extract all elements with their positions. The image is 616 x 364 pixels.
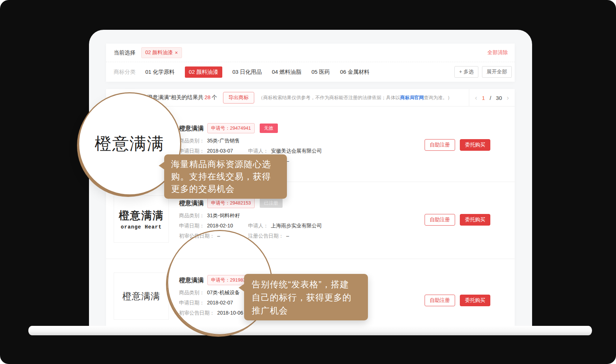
category-item-05[interactable]: 05 医药 [311, 69, 330, 76]
tooltip-promotion: 告别传统“发表格”，搭建 自己的标行，获得更多的 推广机会 [244, 274, 368, 320]
export-trademark-button[interactable]: 导出商标 [223, 92, 254, 104]
appno-label: 申请号： [211, 125, 230, 131]
category-item-02-selected[interactable]: 02 颜料油漆 [185, 66, 222, 78]
apply-date-value: 2018-02-10 [207, 223, 233, 228]
results-disclaimer: （商标检索结果仅供参考，不作为商标能否注册的法律依据；具体以商标局官网查询为准。… [259, 94, 452, 101]
disclaimer-pre: （商标检索结果仅供参考，不作为商标能否注册的法律依据；具体以 [259, 95, 400, 100]
category-label: 商标分类 [114, 69, 135, 76]
category-field-value: 31类-饲料种籽 [207, 213, 240, 218]
category-field-label: 商品类别： [179, 213, 204, 218]
tooltip-line: 自己的标行，获得更多的 [252, 291, 360, 304]
apply-date-value: 2018-03-07 [207, 148, 233, 154]
results-count: 28 [204, 94, 211, 100]
applicant-label: 申请人： [248, 223, 268, 228]
stage: 当前选择 02 颜料油漆 × 全部清除 商标分类 01 化学原料 02 颜料油漆… [0, 0, 616, 364]
status-badge-registered: 已注册 [260, 198, 283, 208]
trademark-name: 橙意满满 [179, 199, 204, 207]
current-selection-label: 当前选择 [114, 49, 135, 56]
tooltip-line: 告别传统“发表格”，搭建 [252, 278, 360, 291]
prev-page-icon[interactable]: ‹ [475, 94, 477, 102]
row-actions-2: 自助注册 委托购买 [425, 214, 490, 226]
application-number-tag: 申请号：29474941 [207, 123, 255, 133]
tooltip-line: 购。支持在线交易，获得 [171, 170, 280, 183]
selected-filter-tag-label: 02 颜料油漆 [145, 49, 173, 56]
category-actions: + 多选 展开全部 [454, 66, 512, 78]
reg-pub-value: – [286, 233, 289, 239]
apply-date-label: 申请日期： [179, 223, 204, 228]
results-unit: 个 [212, 94, 217, 100]
category-item-03[interactable]: 03 日化用品 [232, 69, 262, 76]
filter-card: 当前选择 02 颜料油漆 × 全部清除 商标分类 01 化学原料 02 颜料油漆… [106, 44, 515, 82]
application-number-tag: 申请号：29482153 [207, 198, 255, 208]
trademark-image-2[interactable]: 橙意满满 orange Heart [114, 195, 169, 243]
expand-all-button[interactable]: 展开全部 [482, 66, 512, 78]
next-page-icon[interactable]: › [507, 94, 509, 102]
laptop-base [28, 326, 592, 335]
remove-filter-icon[interactable]: × [175, 50, 178, 55]
entrust-buy-button[interactable]: 委托购买 [460, 214, 490, 226]
trademark-text: 橙意满满 [122, 290, 160, 302]
trademark-text: 橙意满满 [119, 209, 164, 223]
page-separator: / [490, 95, 491, 101]
appno-label: 申请号： [211, 200, 230, 206]
total-pages: 30 [496, 95, 502, 101]
magnified-trademark-text: 橙意满满 [95, 133, 165, 155]
apply-date-label: 申请日期： [179, 148, 204, 154]
row-actions-3: 自助注册 委托购买 [425, 295, 490, 306]
trademark-name: 橙意满满 [179, 124, 204, 133]
category-item-04[interactable]: 04 燃料油脂 [272, 69, 301, 76]
category-field-label: 商品类别： [179, 138, 204, 143]
tooltip-marketplace: 海量精品商标资源随心选 购。支持在线交易，获得 更多的交易机会 [164, 154, 287, 199]
entrust-buy-button[interactable]: 委托购买 [460, 139, 490, 151]
category-field-value: 35类-广告销售 [207, 138, 240, 143]
tooltip-line: 推广机会 [252, 304, 360, 317]
applicant-value: 安徽美达会展有限公司 [271, 148, 322, 154]
current-page: 1 [482, 95, 485, 101]
tooltip-line: 更多的交易机会 [171, 183, 280, 195]
appno-value: 29482153 [230, 200, 251, 206]
multi-select-button[interactable]: + 多选 [454, 66, 478, 78]
category-row: 商标分类 01 化学原料 02 颜料油漆 03 日化用品 04 燃料油脂 05 … [106, 62, 515, 82]
tooltip-line: 海量精品商标资源随心选 [171, 158, 280, 170]
applicant-label: 申请人： [248, 148, 268, 154]
reg-pub-label: 注册公告日期： [248, 233, 284, 239]
current-selection-row: 当前选择 02 颜料油漆 × 全部清除 [106, 44, 515, 62]
applicant-value: 上海雨步实业有限公司 [271, 223, 322, 228]
results-header: 检索到“橙意满满”相关的结果共28个 导出商标 （商标检索结果仅供参考，不作为商… [106, 89, 515, 106]
category-item-06[interactable]: 06 金属材料 [340, 69, 369, 76]
category-item-01[interactable]: 01 化学原料 [145, 69, 175, 76]
self-register-button[interactable]: 自助注册 [425, 295, 455, 306]
pagination: ‹ 1 / 30 › [469, 89, 515, 106]
trademark-image-3[interactable]: 橙意满满 [114, 272, 169, 320]
trademark-office-link[interactable]: 商标局官网 [400, 95, 424, 100]
selected-filter-tag[interactable]: 02 颜料油漆 × [141, 47, 182, 58]
appno-value: 29474941 [230, 125, 251, 131]
entrust-buy-button[interactable]: 委托购买 [460, 295, 490, 306]
self-register-button[interactable]: 自助注册 [425, 139, 455, 151]
self-register-button[interactable]: 自助注册 [425, 214, 455, 226]
disclaimer-post: 查询为准。） [424, 95, 452, 100]
row-actions-1: 自助注册 委托购买 [425, 139, 490, 151]
clear-all-button[interactable]: 全部清除 [487, 49, 508, 56]
trademark-subtext: orange Heart [121, 224, 162, 230]
status-badge-invalid: 无效 [260, 124, 278, 133]
